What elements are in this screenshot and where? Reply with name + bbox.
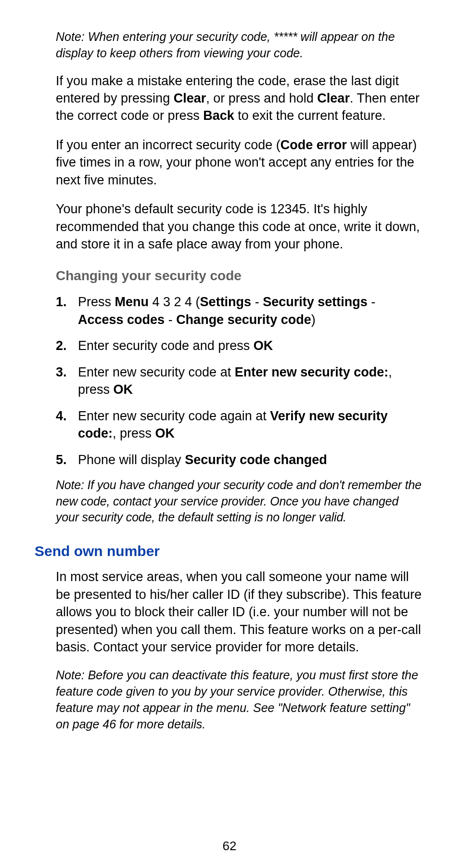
para-default-code: Your phone's default security code is 12… <box>56 200 424 253</box>
bold-back: Back <box>203 108 234 123</box>
step-text: Enter new security code again at Verify … <box>78 407 424 442</box>
step-number: 2. <box>56 337 78 354</box>
text: 4 3 2 4 ( <box>149 295 200 309</box>
text: Enter new security code at <box>78 365 235 379</box>
bold-access-codes: Access codes <box>78 312 165 327</box>
step-number: 3. <box>56 363 78 381</box>
steps-list: 1. Press Menu 4 3 2 4 (Settings - Securi… <box>56 293 424 468</box>
bold-code-error: Code error <box>280 138 347 152</box>
bold-settings: Settings <box>200 295 252 309</box>
bold-enter-new: Enter new security code: <box>235 365 389 379</box>
note-deactivate-feature: Note: Before you can deactivate this fea… <box>56 667 424 732</box>
step-text: Press Menu 4 3 2 4 (Settings - Security … <box>78 293 424 328</box>
bold-change-security-code: Change security code <box>176 312 311 327</box>
text: Press <box>78 295 115 309</box>
text: If you enter an incorrect security code … <box>56 138 280 152</box>
step-number: 5. <box>56 451 78 468</box>
bold-clear: Clear <box>174 91 206 105</box>
heading-changing-security-code: Changing your security code <box>56 268 424 284</box>
page-number: 62 <box>0 839 459 854</box>
step-number: 4. <box>56 407 78 425</box>
step-1: 1. Press Menu 4 3 2 4 (Settings - Securi… <box>56 293 424 328</box>
step-text: Enter security code and press OK <box>78 337 424 354</box>
para-send-own-number: In most service areas, when you call som… <box>56 568 424 656</box>
text: , or press and hold <box>206 91 317 105</box>
bold-ok: OK <box>114 382 133 397</box>
bold-clear: Clear <box>317 91 350 105</box>
step-3: 3. Enter new security code at Enter new … <box>56 363 424 399</box>
text: Enter security code and press <box>78 338 254 353</box>
bold-ok: OK <box>155 426 175 440</box>
step-5: 5. Phone will display Security code chan… <box>56 451 424 468</box>
text: Phone will display <box>78 453 185 467</box>
step-2: 2. Enter security code and press OK <box>56 337 424 354</box>
text: - <box>368 295 376 309</box>
bold-security-settings: Security settings <box>263 295 368 309</box>
step-text: Phone will display Security code changed <box>78 451 424 468</box>
para-incorrect-code: If you enter an incorrect security code … <box>56 136 424 189</box>
step-4: 4. Enter new security code again at Veri… <box>56 407 424 442</box>
step-text: Enter new security code at Enter new sec… <box>78 363 424 399</box>
note-changed-code-contact: Note: If you have changed your security … <box>56 477 424 526</box>
manual-page: Note: When entering your security code, … <box>0 0 459 868</box>
note-security-code-mask: Note: When entering your security code, … <box>56 29 424 62</box>
text: - <box>251 295 263 309</box>
text: - <box>165 312 176 327</box>
text: Enter new security code again at <box>78 409 270 423</box>
bold-ok: OK <box>254 338 273 353</box>
text: , press <box>113 426 155 440</box>
heading-send-own-number: Send own number <box>35 543 424 559</box>
bold-security-code-changed: Security code changed <box>185 453 327 467</box>
text: ) <box>311 312 316 327</box>
text: to exit the current feature. <box>234 108 386 123</box>
step-number: 1. <box>56 293 78 311</box>
para-mistake-entering: If you make a mistake entering the code,… <box>56 72 424 125</box>
bold-menu: Menu <box>115 295 149 309</box>
